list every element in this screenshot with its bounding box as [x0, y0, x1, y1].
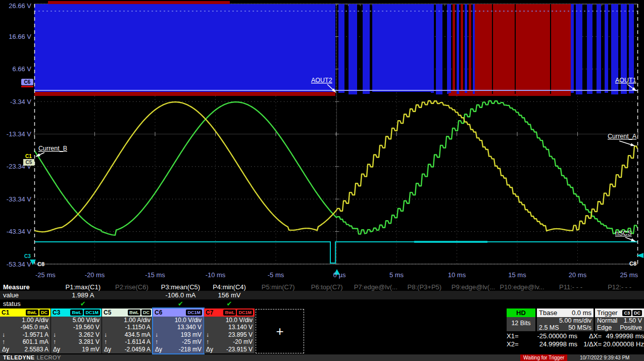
x-axis-label: 15 ms: [508, 271, 526, 279]
channel-c5-line4: -1.6114 A: [125, 338, 151, 345]
dx-value: 49.99998 ms: [602, 332, 644, 340]
y-axis-label: -53.34 V: [7, 261, 31, 268]
marker-c1[interactable]: C1: [25, 153, 32, 159]
trigger-badge-dc: DC: [632, 310, 642, 316]
trace-label-current_a[interactable]: Current_A: [608, 133, 637, 140]
badge-bwl: BwL: [70, 310, 83, 316]
measure-column-P8[interactable]: P8:(P3+P5): [400, 283, 449, 291]
measure-title: Measure: [0, 283, 59, 291]
brand-logo: TELEDYNELECROY: [3, 354, 61, 360]
channel-id-c6: C6: [155, 309, 162, 316]
pwm-pulse: [605, 4, 608, 93]
corner-label-1: C8: [629, 261, 636, 267]
measure-column-P11[interactable]: P11:- - -: [547, 283, 596, 291]
timebase-samples: 2.5 MS: [539, 324, 559, 331]
badge-dc: DC: [39, 310, 49, 316]
pwm-pulse: [597, 4, 601, 93]
descriptor-panel: + HD 12 Bits Tbase 0.0 ms 5.00 ms/div 2.…: [0, 308, 644, 354]
row-glyph: [104, 324, 112, 331]
row-glyph: ↑: [155, 338, 163, 345]
marker-c6-label: C6: [24, 79, 31, 85]
measure-value-P3: -106.0 mA: [156, 291, 205, 299]
y-axis-label: -13.34 V: [7, 130, 31, 138]
trigger-level: 1.50 V: [624, 317, 642, 324]
measure-column-P9[interactable]: P9:edge@lv(...: [449, 283, 498, 291]
x-axis-label: 5 ms: [389, 271, 404, 279]
pwm-pulse: [447, 4, 449, 94]
badge-dc1m: DC1M: [84, 310, 100, 316]
row-glyph: Δy: [53, 346, 61, 353]
measure-column-P4[interactable]: P4:min(C4): [205, 283, 254, 291]
measure-column-P2[interactable]: P2:rise(C6): [108, 283, 157, 291]
pwm-pulse: [449, 4, 451, 93]
pwm-pulse: [461, 4, 463, 93]
trace-label-current_b[interactable]: Current_B: [38, 145, 67, 152]
channel-c6-line4: -25 mV: [182, 338, 202, 345]
marker-c5-label: C5: [26, 160, 32, 165]
channel-c7-line4: -20 mV: [233, 338, 253, 345]
row-glyph: ↑: [206, 338, 214, 345]
cursor-readout: X1= -25.00000 ms ΔX= 49.99998 ms X2= 24.…: [507, 332, 644, 348]
pwm-pulse: [349, 4, 357, 94]
pwm-pulse: [436, 4, 442, 94]
channel-c3-line1: 5.00 V/div: [73, 317, 100, 324]
channel-box-c1[interactable]: C1BwLDC1.00 A/div-945.0 mA↓-1.9571 A↑601…: [0, 308, 51, 353]
row-glyph: ↓: [206, 331, 214, 338]
timebase-box[interactable]: Tbase 0.0 ms 5.00 ms/div 2.5 MS 50 MS/s: [537, 308, 593, 331]
trigger-title: Trigger: [597, 309, 618, 317]
measure-column-P3[interactable]: P3:mean(C5): [156, 283, 205, 291]
datetime: 10/7/2022 9:39:43 PM: [580, 354, 629, 361]
measure-column-P6[interactable]: P6:top(C7): [303, 283, 352, 291]
trigger-slope: Positive: [620, 324, 642, 331]
pwm-pulse: [465, 4, 467, 93]
trace-label-nscs[interactable]: nSCS: [615, 230, 632, 237]
y-axis-label: -43.34 V: [7, 228, 31, 235]
timebase-delay: 0.0 ms: [572, 309, 591, 317]
marker-c7[interactable]: [21, 86, 33, 87]
hd-title: HD: [507, 308, 535, 317]
badge-dc1m: DC1M: [237, 310, 253, 316]
marker-c3[interactable]: C3: [24, 253, 31, 259]
trace-pwm-blue: [34, 4, 335, 92]
trace-pwm-blue: [372, 4, 431, 92]
channel-c6-line3: 193 mV: [181, 331, 202, 338]
row-glyph: [155, 317, 163, 324]
channel-c1-line1: 1.00 A/div: [22, 317, 48, 324]
pwm-pulse: [363, 4, 370, 94]
channel-box-c5[interactable]: C5BwLDC1.00 A/div-1.1150 A↓434.5 mA↑-1.6…: [102, 308, 153, 353]
badge-dc: DC: [141, 310, 151, 316]
pwm-pulse: [587, 4, 592, 94]
measure-column-P7[interactable]: P7:edge@lv(...: [351, 283, 400, 291]
y-axis-label: 16.66 V: [9, 33, 31, 40]
channel-c7-line3: 23.895 V: [228, 331, 253, 338]
measure-column-P1[interactable]: P1:max(C1): [59, 283, 108, 291]
channel-box-c3[interactable]: C3BwLDC1M5.00 V/div-19.560 V↓3.262 V↑3.2…: [51, 308, 102, 353]
trigger-box[interactable]: Trigger C3DC Normal 1.50 V Edge Positive: [595, 308, 644, 331]
channel-box-c6[interactable]: C6DC1M10.0 V/div13.340 V↓193 mV↑-25 mVΔy…: [153, 308, 204, 353]
measure-value-label: value: [0, 291, 59, 299]
channel-c1-line2: -945.0 mA: [21, 324, 48, 331]
channel-c1-line3: -1.9571 A: [23, 331, 48, 338]
measure-column-P12[interactable]: P12:- - -: [595, 283, 644, 291]
measure-status-label: status: [0, 300, 59, 307]
channel-c5-line3: 434.5 mA: [125, 331, 151, 338]
measure-column-P5[interactable]: P5:min(C7): [254, 283, 303, 291]
row-glyph: [2, 317, 10, 324]
channel-box-c7[interactable]: C7BwLDC1M10.0 V/div13.140 V↓23.895 V↑-20…: [204, 308, 255, 353]
trace-label-aout1[interactable]: AOUT1: [615, 77, 636, 84]
waveform-display[interactable]: 26.66 V16.66 V6.66 V-3.34 V-13.34 V-23.3…: [0, 0, 644, 283]
channel-c1-line4: 601.1 mA: [23, 338, 48, 345]
measure-column-P10[interactable]: P10:edge@lv...: [498, 283, 547, 291]
invdx-label: 1/ΔX=: [577, 340, 602, 348]
add-trace-button[interactable]: +: [256, 309, 304, 353]
hd-bits: 12 Bits: [507, 317, 535, 327]
trace-label-aout2[interactable]: AOUT2: [311, 77, 332, 84]
x-axis-label: -25 ms: [35, 271, 56, 279]
channel-c5-line1: 1.00 A/div: [124, 317, 151, 324]
trigger-mode: Normal: [597, 317, 617, 324]
row-glyph: Δy: [2, 346, 10, 353]
channel-c6-line5: -218 mV: [179, 346, 202, 353]
channel-c3-line3: 3.262 V: [79, 331, 100, 338]
hd-mode-box[interactable]: HD 12 Bits: [507, 308, 535, 331]
measure-value-P1: 1.989 A: [59, 291, 108, 299]
